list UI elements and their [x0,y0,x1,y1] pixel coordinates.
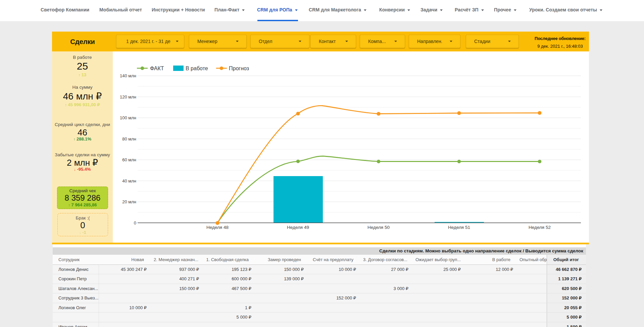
svg-text:ФАКТ: ФАКТ [150,66,164,71]
svg-text:0: 0 [134,220,136,226]
svg-text:Неделя 48: Неделя 48 [206,225,229,230]
svg-text:Неделя 50: Неделя 50 [367,225,390,230]
svg-text:140 млн: 140 млн [120,73,136,78]
svg-text:Неделя 51: Неделя 51 [448,225,470,230]
svg-text:Неделя 49: Неделя 49 [287,225,309,230]
svg-text:Неделя 52: Неделя 52 [529,225,551,230]
svg-text:Прогноз: Прогноз [229,66,249,71]
svg-text:40 млн: 40 млн [122,178,136,183]
svg-text:80 млн: 80 млн [122,136,136,141]
svg-text:60 млн: 60 млн [122,157,136,162]
svg-text:100 млн: 100 млн [120,115,136,120]
svg-text:В работе: В работе [186,66,208,71]
svg-text:20 млн: 20 млн [122,199,136,204]
svg-text:120 млн: 120 млн [120,94,136,99]
